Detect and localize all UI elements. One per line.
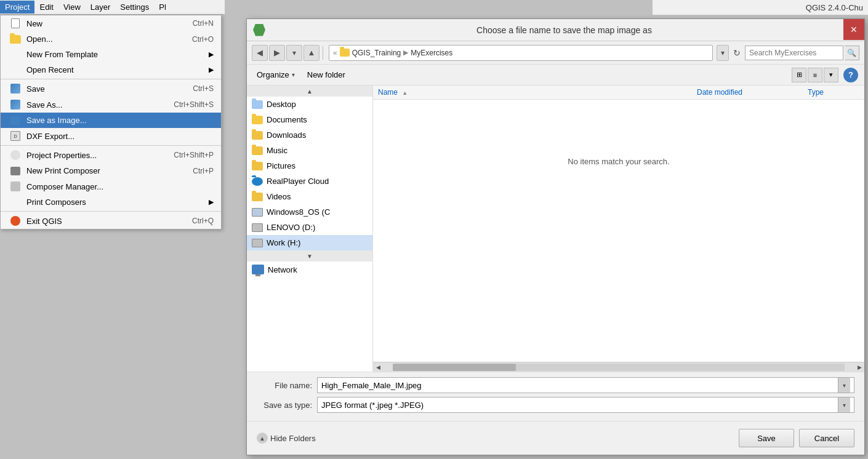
sidebar-item-music[interactable]: Music (247, 143, 372, 158)
savetype-input[interactable]: JPEG format (*.jpeg *.JPEG) ▾ (317, 397, 854, 413)
dialog-close-button[interactable]: ✕ (843, 19, 864, 40)
new-print-composer-icon (8, 167, 23, 175)
save-button[interactable]: Save (739, 429, 794, 447)
horizontal-scrollbar[interactable]: ◀ ▶ (373, 362, 864, 372)
menu-settings[interactable]: Settings (115, 1, 154, 14)
hscroll-left-arrow[interactable]: ◀ (373, 362, 383, 372)
work-drive-icon (252, 239, 263, 247)
menu-edit[interactable]: Edit (34, 1, 58, 14)
search-button[interactable]: 🔍 (845, 46, 859, 60)
menu-item-project-properties-label: Project Properties... (26, 151, 155, 160)
sidebar-item-downloads[interactable]: Downloads (247, 127, 372, 143)
organize-chevron-icon: ▾ (292, 71, 295, 78)
view-dropdown-button[interactable]: ▾ (824, 68, 838, 82)
windows-drive-icon (252, 208, 263, 217)
sidebar-item-documents[interactable]: Documents (247, 112, 372, 127)
back-button[interactable]: ◀ (252, 45, 268, 61)
sidebar-item-work[interactable]: Work (H:) (247, 235, 372, 250)
hscroll-thumb[interactable] (393, 364, 516, 371)
file-list-container: Name ▲ Date modified Type No items match… (373, 86, 864, 372)
menu-item-new[interactable]: New Ctrl+N (1, 15, 221, 31)
savetype-row: Save as type: JPEG format (*.jpeg *.JPEG… (257, 397, 854, 413)
dialog-titlebar: Choose a file name to save the map image… (247, 19, 864, 41)
sidebar-item-realplayer[interactable]: RealPlayer Cloud (247, 174, 372, 189)
up-button[interactable]: ▲ (303, 45, 319, 61)
refresh-button[interactable]: ↻ (730, 46, 744, 60)
menu-item-save-as-image[interactable]: Save as Image... (1, 113, 221, 128)
menu-item-composer-manager[interactable]: Composer Manager... (1, 178, 221, 194)
filename-row: File name: High_Female_Male_IM.jpeg ▾ (257, 377, 854, 393)
menu-view[interactable]: View (58, 1, 86, 14)
sidebar-item-lenovo-label: LENOVO (D:) (267, 223, 315, 232)
menu-item-project-properties[interactable]: Project Properties... Ctrl+Shift+P (1, 147, 221, 163)
app-title: QGIS 2.4.0-Chu (806, 3, 863, 12)
column-date-modified[interactable]: Date modified (692, 86, 803, 99)
sidebar-scroll-down[interactable]: ▼ (247, 250, 372, 261)
forward-button[interactable]: ▶ (269, 45, 285, 61)
menu-item-save[interactable]: Save Ctrl+S (1, 81, 221, 97)
menu-item-save-as-shortcut: Ctrl+Shift+S (174, 100, 214, 109)
save-as-image-icon (8, 116, 23, 125)
filename-input[interactable]: High_Female_Male_IM.jpeg ▾ (317, 377, 854, 393)
new-folder-button[interactable]: New folder (303, 68, 349, 81)
menu-item-save-as[interactable]: Save As... Ctrl+Shift+S (1, 97, 221, 113)
cancel-button[interactable]: Cancel (799, 429, 854, 447)
sidebar-item-windows8os[interactable]: Windows8_OS (C (247, 204, 372, 220)
view-list-button[interactable]: ≡ (808, 68, 822, 82)
breadcrumb-myexercises: MyExercises (411, 49, 452, 57)
breadcrumb-bar[interactable]: « QGIS_Training ▶ MyExercises (329, 45, 713, 61)
dialog-buttons: ▲ Hide Folders Save Cancel (247, 421, 864, 455)
menu-layer[interactable]: Layer (86, 1, 116, 14)
dialog-navigation-toolbar: ◀ ▶ ▾ ▲ « QGIS_Training ▶ MyExercises ▾ … (247, 41, 864, 65)
menu-item-print-composers[interactable]: Print Composers ▶ (1, 194, 221, 210)
open-recent-arrow: ▶ (209, 66, 214, 74)
hscroll-right-arrow[interactable]: ▶ (854, 362, 864, 372)
menu-item-open-recent[interactable]: Open Recent ▶ (1, 62, 221, 78)
savetype-label: Save as type: (257, 401, 312, 410)
toolbar-separator-1 (323, 46, 323, 60)
project-properties-icon (8, 150, 23, 160)
dialog-title-icon (253, 24, 265, 36)
hide-folders-icon: ▲ (257, 433, 268, 444)
new-from-template-arrow: ▶ (209, 50, 214, 58)
sidebar-item-pictures[interactable]: Pictures (247, 158, 372, 174)
filename-dropdown-arrow[interactable]: ▾ (838, 378, 850, 393)
sidebar-item-videos-label: Videos (267, 192, 291, 201)
savetype-dropdown-arrow[interactable]: ▾ (838, 397, 850, 412)
breadcrumb-folder-icon (340, 49, 350, 57)
help-button[interactable]: ? (843, 68, 858, 82)
sidebar-item-lenovo[interactable]: LENOVO (D:) (247, 220, 372, 235)
sort-arrow-icon: ▲ (402, 90, 408, 96)
view-grid-button[interactable]: ⊞ (792, 68, 806, 82)
menu-item-dxf-export[interactable]: D DXF Export... (1, 128, 221, 144)
sidebar-scroll-up[interactable]: ▲ (247, 86, 372, 97)
save-dialog: Choose a file name to save the map image… (246, 18, 865, 455)
sidebar-item-videos[interactable]: Videos (247, 189, 372, 204)
path-dropdown-button[interactable]: ▾ (717, 45, 729, 61)
menu-item-open[interactable]: Open... Ctrl+O (1, 31, 221, 47)
dropdown-button[interactable]: ▾ (286, 45, 302, 61)
menu-item-project-properties-shortcut: Ctrl+Shift+P (174, 151, 214, 159)
lenovo-drive-icon (252, 223, 263, 232)
sidebar: ▲ Desktop Documents Downloads Music Pict… (247, 86, 373, 372)
file-list[interactable]: Name ▲ Date modified Type No items match… (373, 86, 864, 362)
menu-item-new-label: New (26, 19, 174, 28)
hide-folders-button[interactable]: ▲ Hide Folders (257, 433, 316, 444)
menu-item-new-print-composer[interactable]: New Print Composer Ctrl+P (1, 163, 221, 178)
hscroll-track[interactable] (393, 364, 845, 371)
column-name[interactable]: Name ▲ (373, 86, 692, 99)
sidebar-item-network[interactable]: Network (247, 261, 372, 277)
pictures-folder-icon (252, 162, 263, 170)
search-input[interactable] (745, 46, 843, 60)
menu-item-new-from-template[interactable]: New From Template ▶ (1, 47, 221, 62)
action-buttons: Save Cancel (739, 429, 854, 447)
desktop-folder-icon (252, 100, 263, 109)
dialog-form: File name: High_Female_Male_IM.jpeg ▾ Sa… (247, 372, 864, 421)
menu-pl[interactable]: Pl (154, 1, 171, 14)
realplayer-folder-icon (252, 177, 263, 186)
menu-project[interactable]: Project (0, 1, 34, 14)
column-type[interactable]: Type (803, 86, 864, 99)
sidebar-item-desktop[interactable]: Desktop (247, 97, 372, 112)
menu-item-exit-qgis[interactable]: Exit QGIS Ctrl+Q (1, 213, 221, 229)
organize-button[interactable]: Organize ▾ (253, 68, 299, 81)
